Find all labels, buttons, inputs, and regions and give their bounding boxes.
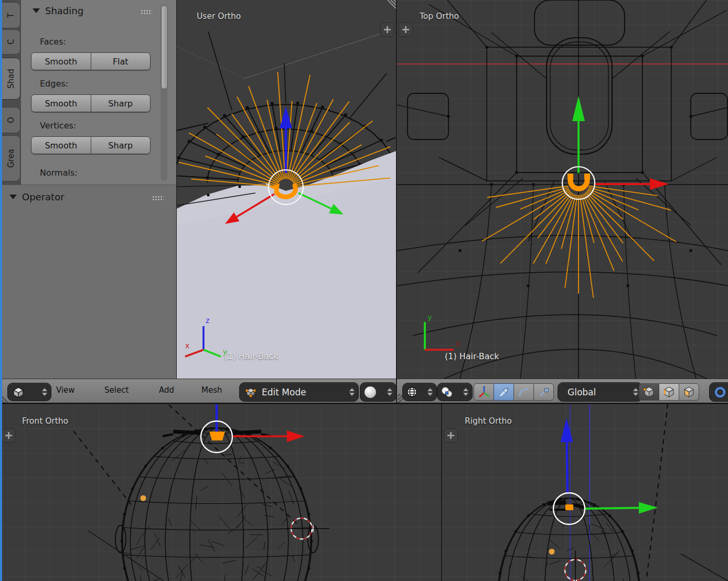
scale-icon <box>538 386 550 399</box>
faces-flat-button[interactable]: Flat <box>91 53 151 70</box>
edge-select-cube-icon <box>662 385 676 399</box>
face-select-cube-icon <box>682 385 695 399</box>
object-info-label: (1) Hair-Back <box>445 351 499 361</box>
normals-label: Normals: <box>40 168 78 178</box>
solid-shading-sphere-icon <box>365 386 376 398</box>
viewport-user-ortho[interactable]: zxy User Ortho (1) Hair-Back <box>177 0 396 379</box>
show-properties-region-button[interactable] <box>380 23 394 37</box>
area-divider-vertical-top[interactable] <box>396 0 397 404</box>
viewport-label: Front Ortho <box>22 416 68 426</box>
tab-label: C <box>6 39 16 45</box>
globe-pivot-icon <box>406 386 418 398</box>
object-info-label: (1) Hair-Back <box>224 351 279 361</box>
vertex-select-mode-button[interactable] <box>639 383 659 401</box>
interaction-mode-dropdown[interactable]: Edit Mode <box>239 382 359 402</box>
edges-smooth-button[interactable]: Smooth <box>31 95 91 112</box>
proportional-editing-dropdown[interactable] <box>709 382 728 402</box>
axis-gizmo-label: x <box>185 341 189 350</box>
collapse-triangle-icon[interactable] <box>33 8 40 13</box>
edge-select-mode-button[interactable] <box>659 383 679 401</box>
orientation-dropdown-value: Global <box>568 387 596 397</box>
edges-sharp-button[interactable]: Sharp <box>91 95 151 112</box>
axis-gizmo-label: y <box>427 313 432 321</box>
vertices-sharp-button[interactable]: Sharp <box>91 137 151 154</box>
faces-label: Faces: <box>40 37 66 47</box>
panel-title: Operator <box>22 191 65 202</box>
window-edge-highlight <box>0 0 2 581</box>
proportional-editing-ring-icon <box>714 386 726 399</box>
shading-panel: Shading Faces: Smooth Flat Edges: Smooth… <box>21 0 177 185</box>
viewport-front-ortho[interactable]: Front Ortho <box>0 404 441 581</box>
menu-add[interactable]: Add <box>159 385 174 395</box>
axis-gizmo-label: x <box>456 339 460 348</box>
tool-shelf: T C Shad O Grea Shading Faces: Smooth Fl… <box>0 0 177 379</box>
area-divider-vertical-bottom[interactable] <box>441 404 442 581</box>
shelf-tab-create[interactable]: C <box>2 29 20 55</box>
operator-panel-region: Operator <box>0 185 177 380</box>
dropdown-arrows-icon <box>463 388 468 396</box>
panel-title: Shading <box>45 5 83 16</box>
axis-tripod-icon <box>478 386 490 399</box>
rotate-manipulator-button[interactable] <box>513 383 534 401</box>
vertices-label: Vertices: <box>40 121 76 131</box>
vertices-button-group: Smooth Sharp <box>31 136 151 154</box>
menu-view[interactable]: View <box>56 385 75 395</box>
show-properties-region-button[interactable] <box>399 23 413 37</box>
collapse-triangle-icon[interactable] <box>9 195 17 199</box>
operator-panel-header[interactable]: Operator <box>9 191 65 202</box>
show-properties-region-button[interactable] <box>444 428 458 443</box>
viewport-label: User Ortho <box>197 12 241 21</box>
pivot-point-dropdown[interactable] <box>402 383 437 401</box>
editor-type-dropdown[interactable] <box>7 383 51 401</box>
snap-element-dropdown[interactable] <box>437 383 473 401</box>
dropdown-arrows-icon <box>349 388 355 396</box>
axis-gizmo-label: z <box>206 316 209 325</box>
shading-panel-header[interactable]: Shading <box>33 5 83 16</box>
shelf-scrollbar-thumb[interactable] <box>161 5 168 89</box>
shelf-tab-shading-active[interactable]: Shad <box>2 58 20 100</box>
right-ortho-scene <box>442 404 728 581</box>
dropdown-arrows-icon <box>427 388 433 396</box>
translate-manipulator-button[interactable] <box>494 383 514 401</box>
area-corner-widget[interactable] <box>384 0 396 12</box>
menu-select[interactable]: Select <box>104 385 129 395</box>
snap-spheres-icon <box>441 386 453 399</box>
tab-label: Shad <box>6 69 16 89</box>
edit-mode-icon <box>245 386 256 398</box>
vertices-smooth-button[interactable]: Smooth <box>31 137 91 154</box>
tab-label: T <box>6 13 16 17</box>
show-properties-region-button[interactable] <box>2 428 16 443</box>
viewport-label: Top Ortho <box>420 12 459 21</box>
shelf-tab-tools[interactable]: T <box>2 2 20 28</box>
front-ortho-scene <box>0 404 441 581</box>
viewport-label: Right Ortho <box>465 416 512 426</box>
transform-orientation-dropdown[interactable]: Global <box>558 382 643 402</box>
area-divider-horizontal[interactable] <box>0 403 728 404</box>
edges-button-group: Smooth Sharp <box>31 94 151 112</box>
user-ortho-scene: zxy <box>177 0 396 379</box>
blender-window: zxy User Ortho (1) Hair-Back yx Top Orth… <box>0 0 728 581</box>
faces-button-group: Smooth Flat <box>31 52 151 70</box>
face-select-mode-button[interactable] <box>679 383 699 401</box>
dropdown-arrows-icon <box>42 388 47 396</box>
shelf-border <box>176 0 177 379</box>
shelf-tab-grease-pencil[interactable]: Grea <box>2 135 20 181</box>
viewport-top-ortho[interactable]: yx Top Ortho (1) Hair-Back <box>397 0 728 379</box>
faces-smooth-button[interactable]: Smooth <box>31 53 91 70</box>
edges-label: Edges: <box>40 79 68 89</box>
tab-label: Grea <box>6 149 16 168</box>
viewport-right-ortho[interactable]: Right Ortho <box>442 404 728 581</box>
rotate-arc-icon <box>518 386 530 399</box>
viewport-shading-dropdown[interactable] <box>360 382 397 402</box>
vertex-select-cube-icon <box>643 385 656 399</box>
panel-grip-icon[interactable] <box>152 196 164 201</box>
panel-grip-icon[interactable] <box>141 9 152 15</box>
dropdown-arrows-icon <box>633 388 638 396</box>
viewport-header-bar: View Select Add Mesh Edit Mode <box>0 379 728 404</box>
shelf-tab-options[interactable]: O <box>2 107 20 133</box>
top-ortho-scene: yx <box>397 0 728 379</box>
scale-manipulator-button[interactable] <box>533 383 554 401</box>
menu-mesh[interactable]: Mesh <box>201 385 222 395</box>
3d-viewport-editor-icon <box>12 386 25 399</box>
manipulator-toggle-button[interactable] <box>474 383 494 401</box>
